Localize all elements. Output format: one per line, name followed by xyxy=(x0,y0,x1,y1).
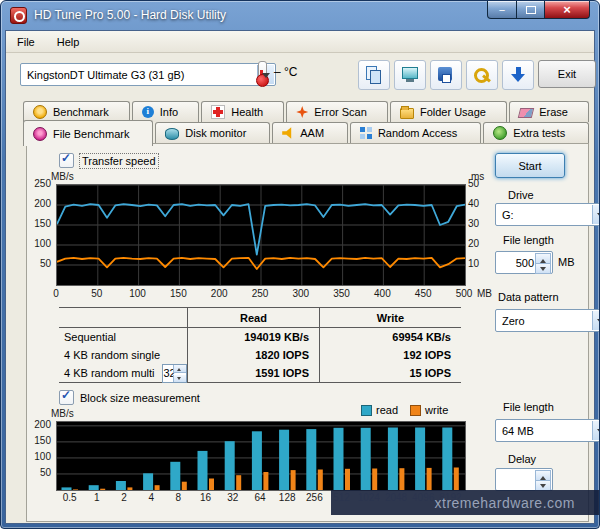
table-read-value: 1820 IOPS xyxy=(187,346,319,364)
random-access-icon xyxy=(360,127,372,139)
checkbox-checked-icon xyxy=(59,390,74,405)
tab-benchmark[interactable]: Benchmark xyxy=(23,101,130,122)
tab-erase[interactable]: Erase xyxy=(509,101,589,122)
save-button[interactable] xyxy=(430,60,462,90)
table-read-value: 194019 KB/s xyxy=(187,328,319,346)
extra-tests-icon xyxy=(493,126,507,140)
table-row-label: Sequential xyxy=(59,328,187,346)
tab-label: Benchmark xyxy=(53,106,109,118)
maximize-icon xyxy=(526,6,536,14)
data-pattern-value: Zero xyxy=(502,315,525,327)
tab-label: Erase xyxy=(539,106,568,118)
file-length-unit: MB xyxy=(558,256,575,268)
screenshot-icon xyxy=(400,65,420,85)
tab-label: Health xyxy=(231,106,263,118)
watermark-text: xtremehardware.com xyxy=(435,495,576,511)
menu-help[interactable]: Help xyxy=(46,33,91,51)
tab-extra-tests[interactable]: Extra tests xyxy=(483,122,589,143)
transfer-speed-label: Transfer speed xyxy=(80,154,158,168)
tab-label: Info xyxy=(160,106,178,118)
tab-health[interactable]: Health xyxy=(201,101,284,122)
start-label: Start xyxy=(518,160,541,172)
table-write-value: 192 IOPS xyxy=(319,346,461,364)
drive-select-combo[interactable]: KingstonDT Ultimate G3 (31 gB) xyxy=(20,63,276,86)
folder-usage-icon xyxy=(400,108,414,119)
legend: readwrite xyxy=(361,404,448,416)
minimize-button[interactable]: − xyxy=(487,1,517,19)
close-button[interactable]: × xyxy=(545,1,590,19)
tab-label: AAM xyxy=(300,127,324,139)
file-length-label: File length xyxy=(503,234,554,246)
tab-file-benchmark[interactable]: File Benchmark xyxy=(23,120,153,146)
tab-label: Error Scan xyxy=(314,106,367,118)
tab-aam[interactable]: AAM xyxy=(272,122,348,143)
table-write-value: 15 IOPS xyxy=(319,364,461,383)
legend-item-read: read xyxy=(361,404,398,416)
table-row-label: 4 KB random single xyxy=(59,346,187,364)
tab-disk-monitor[interactable]: Disk monitor xyxy=(155,122,270,143)
legend-label: write xyxy=(425,404,448,416)
transfer-speed-checkbox[interactable]: Transfer speed xyxy=(59,153,158,168)
drive-letter-combo[interactable]: G: xyxy=(495,203,600,226)
table-write-value: 69954 KB/s xyxy=(319,328,461,346)
toolbar-buttons xyxy=(358,60,534,90)
tab-label: Folder Usage xyxy=(420,106,486,118)
tab-label: Random Access xyxy=(378,127,457,139)
temperature-value: – °C xyxy=(274,65,297,79)
tab-error-scan[interactable]: Error Scan xyxy=(286,101,388,122)
table-header-read: Read xyxy=(187,308,319,328)
data-pattern-label: Data pattern xyxy=(498,291,559,303)
maximize-button[interactable] xyxy=(517,1,545,19)
title-bar[interactable]: HD Tune Pro 5.00 - Hard Disk Utility − × xyxy=(1,1,599,29)
delay-spinner[interactable] xyxy=(495,468,553,491)
copy-button[interactable] xyxy=(358,60,390,90)
update-button[interactable] xyxy=(502,60,534,90)
erase-icon xyxy=(518,108,534,118)
table-header-write: Write xyxy=(319,308,461,328)
legend-item-write: write xyxy=(410,404,448,416)
block-size-chart xyxy=(56,421,466,491)
table-row-label: 4 KB random multi32 xyxy=(59,364,187,383)
tab-info[interactable]: Info xyxy=(132,101,200,122)
table-read-value: 1591 IOPS xyxy=(187,364,319,383)
file-length2-label: File length xyxy=(503,401,554,413)
menu-file[interactable]: File xyxy=(6,33,46,51)
tab-folder-usage[interactable]: Folder Usage xyxy=(390,101,507,122)
tab-random-access[interactable]: Random Access xyxy=(350,122,481,143)
screenshot-button[interactable] xyxy=(394,60,426,90)
spin-down-icon[interactable] xyxy=(173,375,186,382)
error-scan-icon xyxy=(296,106,308,118)
spin-down-icon[interactable] xyxy=(535,263,551,274)
tab-label: File Benchmark xyxy=(53,128,129,140)
options-button[interactable] xyxy=(466,60,498,90)
delay-label: Delay xyxy=(508,453,536,465)
block-size-label: Block size measurement xyxy=(80,392,200,404)
benchmark-icon xyxy=(33,105,47,119)
data-pattern-combo[interactable]: Zero xyxy=(495,309,600,332)
drive-letter-value: G: xyxy=(502,209,514,221)
tab-label: Extra tests xyxy=(513,127,565,139)
tab-row-2: File BenchmarkDisk monitorAAMRandom Acce… xyxy=(23,122,589,143)
file-benchmark-icon xyxy=(33,127,47,141)
start-button[interactable]: Start xyxy=(495,153,565,178)
disk-monitor-icon xyxy=(165,128,179,140)
exit-label: Exit xyxy=(558,68,576,80)
options-icon xyxy=(472,65,492,85)
transfer-speed-chart xyxy=(56,184,466,286)
file-length-spinner[interactable]: 500 xyxy=(495,251,553,274)
multi-queue-spinner[interactable]: 32 xyxy=(162,364,187,383)
drive-label: Drive xyxy=(508,189,534,201)
file-length2-value: 64 MB xyxy=(502,425,534,437)
watermark: xtremehardware.com xyxy=(331,490,599,515)
menu-bar: FileHelp xyxy=(6,31,594,53)
copy-icon xyxy=(364,65,384,85)
multi-queue-value: 32 xyxy=(163,365,171,382)
exit-button[interactable]: Exit xyxy=(538,60,596,88)
spin-up-icon[interactable] xyxy=(173,365,186,373)
legend-label: read xyxy=(376,404,398,416)
tab-label: Disk monitor xyxy=(185,127,246,139)
health-icon xyxy=(211,105,225,119)
table-corner xyxy=(59,308,187,328)
file-length2-combo[interactable]: 64 MB xyxy=(495,419,600,442)
block-size-checkbox[interactable]: Block size measurement xyxy=(59,390,200,405)
